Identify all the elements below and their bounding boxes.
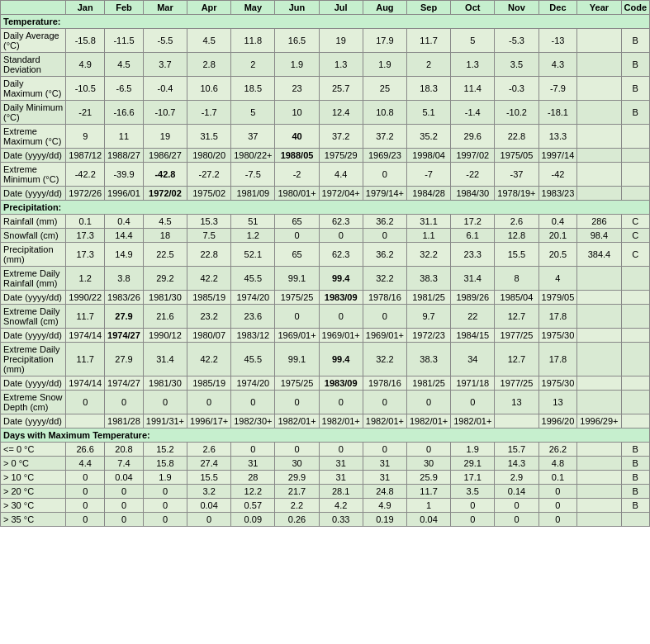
cell-value: 0 [319, 391, 363, 414]
cell-value: 99.4 [319, 343, 363, 376]
cell-value [621, 149, 650, 163]
cell-value: -1.4 [451, 101, 495, 125]
cell-value: 1982/01+ [406, 414, 450, 429]
table-row: Daily Average (°C)-15.8-11.5-5.54.511.81… [1, 29, 650, 53]
cell-value: 15.5 [187, 471, 231, 485]
row-label: Extreme Daily Snowfall (cm) [1, 305, 66, 329]
table-row: Daily Maximum (°C)-10.5-6.5-0.410.618.52… [1, 77, 650, 101]
cell-value: 65 [275, 243, 319, 267]
cell-value: 1984/28 [406, 187, 450, 201]
cell-value: 25.7 [319, 77, 363, 101]
section-title-2: Days with Maximum Temperature: [1, 429, 650, 443]
row-label: > 10 °C [1, 471, 66, 485]
cell-value: 11 [105, 125, 144, 149]
cell-value: 1990/12 [143, 329, 187, 343]
cell-value: 23.2 [187, 305, 231, 329]
cell-value: 0 [319, 443, 363, 457]
cell-value: 0 [363, 443, 406, 457]
cell-value: -37 [495, 163, 539, 187]
cell-value: 1981/30 [143, 376, 187, 391]
col-header-dec: Dec [539, 1, 577, 15]
cell-value: 1983/12 [231, 329, 275, 343]
cell-value: 52.1 [231, 243, 275, 267]
cell-value: 17.8 [539, 343, 577, 376]
cell-value: 0.04 [187, 499, 231, 513]
cell-value [577, 187, 621, 201]
row-label: Extreme Maximum (°C) [1, 125, 66, 149]
cell-value: 0.04 [105, 471, 144, 485]
cell-value: 1975/05 [495, 149, 539, 163]
table-row: Date (yyyy/dd)1987/121988/271986/271980/… [1, 149, 650, 163]
cell-value: 45.5 [231, 267, 275, 291]
col-header-jun: Jun [275, 1, 319, 15]
cell-value: 4.2 [319, 499, 363, 513]
cell-value: 18.3 [406, 77, 450, 101]
cell-value: 9 [66, 125, 105, 149]
cell-value: 2.6 [495, 215, 539, 229]
cell-value: 1997/14 [539, 149, 577, 163]
cell-value: -10.5 [66, 77, 105, 101]
cell-value: 1996/20 [539, 414, 577, 429]
cell-value: 1985/19 [187, 376, 231, 391]
cell-value [621, 291, 650, 305]
cell-value: -42.8 [143, 163, 187, 187]
cell-value: 0 [363, 163, 406, 187]
cell-value: -39.9 [105, 163, 144, 187]
cell-value: 1978/16 [363, 291, 406, 305]
table-row: Date (yyyy/dd)1974/141974/271981/301985/… [1, 376, 650, 391]
cell-value: 38.3 [406, 343, 450, 376]
cell-value: 1.3 [319, 53, 363, 77]
cell-value: 29.2 [143, 267, 187, 291]
cell-value: 32.2 [363, 267, 406, 291]
cell-value [621, 267, 650, 291]
cell-value: 0 [143, 485, 187, 499]
cell-value: 7.5 [187, 229, 231, 243]
cell-value [577, 125, 621, 149]
cell-value: 1974/14 [66, 376, 105, 391]
cell-value: 20.8 [105, 443, 144, 457]
cell-value: 5 [231, 101, 275, 125]
cell-value: 1980/22+ [231, 149, 275, 163]
cell-value: 0 [143, 391, 187, 414]
section-header-0: Temperature: [1, 15, 650, 29]
cell-value: 62.3 [319, 243, 363, 267]
cell-value: -2 [275, 163, 319, 187]
cell-value: 18 [143, 229, 187, 243]
section-header-2: Days with Maximum Temperature: [1, 429, 650, 443]
cell-value [621, 513, 650, 527]
cell-value: 45.5 [231, 343, 275, 376]
cell-value: 0 [319, 229, 363, 243]
cell-value: 20.1 [539, 229, 577, 243]
cell-value: 4.5 [143, 215, 187, 229]
col-header-may: May [231, 1, 275, 15]
cell-value: 1984/15 [451, 329, 495, 343]
cell-value: 23.3 [451, 243, 495, 267]
cell-value: 1978/16 [363, 376, 406, 391]
row-label: Daily Average (°C) [1, 29, 66, 53]
cell-value: 35.2 [406, 125, 450, 149]
cell-value: -6.5 [105, 77, 144, 101]
cell-value: 0 [187, 391, 231, 414]
cell-value [621, 187, 650, 201]
cell-value: 1980/07 [187, 329, 231, 343]
cell-value: 0 [451, 513, 495, 527]
section-header-1: Precipitation: [1, 201, 650, 215]
cell-value: 17.2 [451, 215, 495, 229]
table-row: > 20 °C0003.212.221.728.124.811.73.50.14… [1, 485, 650, 499]
cell-value: 99.1 [275, 343, 319, 376]
cell-value: 0 [363, 305, 406, 329]
cell-value: -18.1 [539, 101, 577, 125]
cell-value: 17.9 [363, 29, 406, 53]
cell-value: 2 [406, 53, 450, 77]
row-label: Rainfall (mm) [1, 215, 66, 229]
cell-value: 1988/27 [105, 149, 144, 163]
cell-value: 1.9 [143, 471, 187, 485]
cell-value: 1985/19 [187, 291, 231, 305]
cell-value: 37.2 [363, 125, 406, 149]
cell-value: 31.1 [406, 215, 450, 229]
cell-value [577, 471, 621, 485]
cell-value: B [621, 77, 650, 101]
cell-value: 1.9 [275, 53, 319, 77]
cell-value [577, 457, 621, 471]
cell-value: 5 [451, 29, 495, 53]
